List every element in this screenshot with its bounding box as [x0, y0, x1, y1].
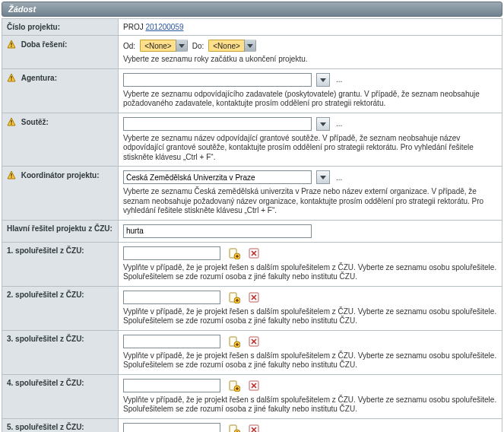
warning-icon	[7, 119, 18, 128]
project-prefix: PROJ	[123, 23, 144, 31]
value-agency: ... Vyberte ze seznamu odpovídajícího za…	[119, 68, 502, 113]
label-competition: Soutěž:	[2, 113, 119, 167]
svg-marker-8	[320, 78, 326, 82]
label-co1: 1. spoluřešitel z ČZU:	[2, 242, 119, 286]
add-icon[interactable]	[228, 335, 240, 348]
svg-rect-6	[11, 76, 11, 79]
chevron-down-icon	[244, 40, 256, 52]
value-co4: Vyplňte v případě, že je projekt řešen s…	[119, 374, 502, 418]
remove-icon[interactable]	[248, 424, 260, 433]
coordinator-dropdown-button[interactable]	[316, 170, 330, 184]
svg-marker-16	[320, 176, 326, 179]
value-competition: ... Vyberte ze seznamu název odpovídajíc…	[119, 113, 502, 167]
label-project-number: Číslo projektu:	[2, 19, 119, 36]
help-coordinator: Vyberte ze seznamu Česká zemědělská univ…	[123, 187, 497, 216]
competition-dropdown-button[interactable]	[316, 117, 330, 131]
value-main-investigator	[119, 220, 502, 242]
value-coordinator: ... Vyberte ze seznamu Česká zemědělská …	[119, 167, 502, 221]
to-dropdown[interactable]: <None>	[208, 40, 256, 52]
coordinator-browse[interactable]: ...	[336, 173, 342, 182]
label-co3: 3. spoluřešitel z ČZU:	[2, 330, 119, 374]
agency-dropdown-button[interactable]	[316, 73, 330, 87]
competition-input[interactable]	[123, 117, 312, 131]
svg-rect-10	[11, 120, 11, 123]
section-header-request: Žádost	[2, 2, 502, 17]
remove-icon[interactable]	[248, 291, 260, 303]
project-number-link[interactable]: 201200059	[145, 23, 183, 31]
agency-browse[interactable]: ...	[336, 75, 342, 84]
co3-input[interactable]	[123, 335, 220, 348]
label-agency: Agentura:	[2, 68, 119, 113]
to-value: <None>	[208, 40, 244, 52]
svg-rect-2	[11, 46, 11, 46]
remove-icon[interactable]	[248, 335, 260, 348]
label-co5: 5. spoluřešitel z ČZU:	[2, 418, 119, 432]
label-co4: 4. spoluřešitel z ČZU:	[2, 374, 119, 418]
svg-rect-15	[11, 176, 11, 177]
co4-input[interactable]	[123, 379, 220, 392]
value-co2: Vyplňte v případě, že je projekt řešen s…	[119, 286, 502, 330]
value-co3: Vyplňte v případě, že je projekt řešen s…	[119, 330, 502, 374]
warning-icon	[7, 42, 18, 50]
svg-rect-1	[11, 43, 11, 46]
to-label: Do:	[192, 42, 204, 50]
add-icon[interactable]	[228, 291, 240, 303]
svg-rect-14	[11, 173, 11, 176]
main-investigator-input[interactable]	[123, 224, 312, 238]
help-co4: Vyplňte v případě, že je projekt řešen s…	[123, 395, 497, 415]
help-co3: Vyplňte v případě, že je projekt řešen s…	[123, 351, 497, 370]
help-duration: Vyberte ze seznamu roky začátku a ukonče…	[123, 55, 497, 65]
value-project-number: PROJ 201200059	[119, 19, 502, 36]
warning-icon	[7, 173, 18, 181]
co2-input[interactable]	[123, 291, 220, 304]
from-dropdown[interactable]: <None>	[140, 40, 188, 52]
help-competition: Vyberte ze seznamu název odpovídající gr…	[123, 134, 497, 163]
agency-input[interactable]	[123, 73, 312, 87]
value-co1: Vyplňte v případě, že je projekt řešen s…	[119, 242, 502, 286]
from-value: <None>	[140, 40, 176, 52]
add-icon[interactable]	[228, 380, 240, 392]
co5-input[interactable]	[123, 423, 220, 433]
remove-icon[interactable]	[248, 380, 260, 392]
label-main-investigator: Hlavní řešitel projektu z ČZU:	[2, 220, 119, 242]
svg-rect-11	[11, 123, 11, 124]
co1-input[interactable]	[123, 246, 220, 260]
warning-icon	[7, 75, 18, 84]
add-icon[interactable]	[228, 247, 240, 259]
remove-icon[interactable]	[248, 247, 260, 259]
chevron-down-icon	[176, 40, 188, 52]
label-coordinator: Koordinátor projektu:	[2, 167, 119, 221]
value-co5: Vyplňte v případě, že je projekt řešen s…	[119, 418, 502, 432]
value-duration: Od: <None> Do: <None> Vyberte ze seznamu…	[119, 36, 502, 69]
svg-marker-3	[179, 44, 185, 48]
svg-marker-12	[320, 122, 326, 126]
svg-marker-4	[247, 44, 253, 48]
label-co2: 2. spoluřešitel z ČZU:	[2, 286, 119, 330]
svg-rect-7	[11, 79, 11, 80]
add-icon[interactable]	[228, 424, 240, 433]
label-duration: Doba řešení:	[2, 36, 119, 69]
from-label: Od:	[123, 42, 135, 50]
svg-rect-31	[249, 425, 258, 433]
competition-browse[interactable]: ...	[336, 119, 342, 128]
coordinator-input[interactable]	[123, 170, 312, 184]
help-co1: Vyplňte v případě, že je projekt řešen s…	[123, 263, 497, 282]
help-agency: Vyberte ze seznamu odpovídajícího zadava…	[123, 90, 497, 109]
help-co2: Vyplňte v případě, že je projekt řešen s…	[123, 307, 497, 326]
